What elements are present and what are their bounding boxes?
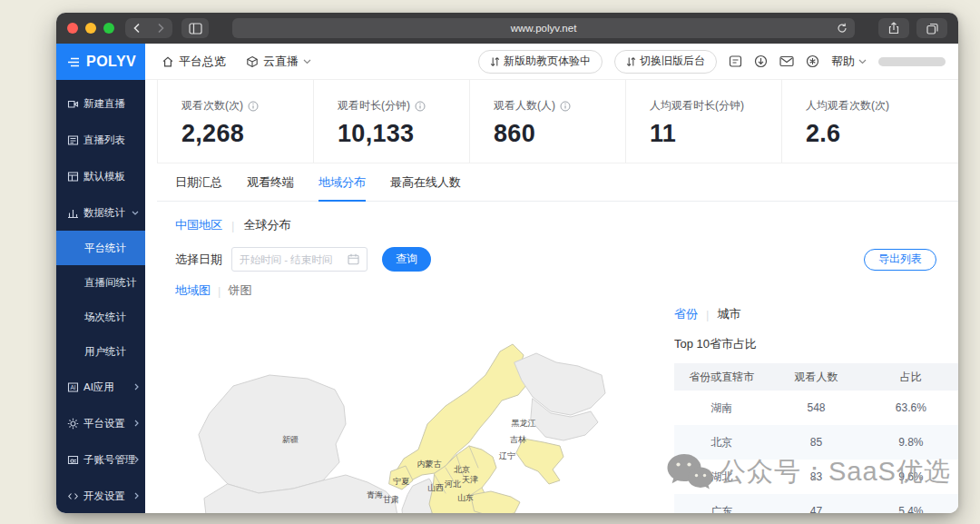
sidebar-item[interactable]: 开发设置 [56,478,145,513]
sidebar-item[interactable]: 直播列表 [56,122,145,158]
map-label: 山西 [427,483,444,492]
minimize-window-button[interactable] [85,23,96,34]
info-icon[interactable] [248,101,259,112]
province-ranking-table: 省份或直辖市观看人数占比 湖南54863.6%北京859.8%湖北839.6%广… [674,363,958,513]
sidebar-item-label: 直播列表 [83,133,125,147]
date-range-input[interactable] [231,247,368,272]
sidebar-item[interactable]: AI AI应用 [56,369,145,405]
sidebar-subitem[interactable]: 平台统计 [56,231,145,265]
table-cell: 湖南 [674,391,769,425]
info-icon[interactable] [415,101,426,112]
close-window-button[interactable] [67,23,78,34]
docs-icon[interactable] [729,54,742,68]
city-link[interactable]: 城市 [717,306,740,322]
stat-label: 人均观看次数(次) [806,98,889,114]
switch-old-console-button[interactable]: 切换旧版后台 [614,50,717,74]
sidebar-item[interactable]: 新建直播 [56,85,145,122]
table-cell: 83 [769,460,863,494]
sidebar-item-label: 数据统计 [83,206,125,220]
zoom-window-button[interactable] [103,23,114,34]
date-filter-label: 选择日期 [175,252,222,268]
header-actions: 新版助教页体验中 切换旧版后台 帮 [478,50,946,74]
sub-account-icon [67,454,79,466]
home-icon [162,55,174,68]
chevron-down-icon [303,59,311,64]
forward-button[interactable] [149,18,172,38]
history-nav [125,18,172,38]
map-label: 天津 [462,475,478,484]
sidebar-item-label: AI应用 [83,381,114,394]
table-header-cell: 占比 [864,363,958,391]
tab-overview-button[interactable] [916,18,947,38]
download-icon[interactable] [754,54,768,68]
panel-scope-switch: 省份 | 城市 [674,306,958,322]
reload-icon[interactable] [837,23,848,34]
sidebar-item[interactable]: 数据统计 [56,194,145,231]
sidebar-subitem[interactable]: 直播间统计 [56,265,145,300]
stats-tabs: 日期汇总观看终端地域分布最高在线人数 [157,163,958,202]
hamburger-menu-icon[interactable] [67,57,80,67]
platform-settings-icon [67,418,79,430]
sidebar-toggle-button[interactable] [181,18,209,38]
tab-active[interactable]: 地域分布 [318,163,366,201]
stat-value: 10,133 [338,120,469,148]
table-row[interactable]: 北京859.8% [674,425,958,460]
info-icon[interactable] [560,101,571,112]
sidebar-subitem[interactable]: 用户统计 [56,334,145,369]
cube-icon [246,55,259,68]
query-button[interactable]: 查询 [382,247,431,272]
mail-icon[interactable] [779,55,794,67]
top-navigation: 平台总览 云直播 新版助教页体验中 切换旧版后台 [145,44,958,80]
province-link[interactable]: 省份 [674,306,698,322]
asterisk-circle-icon[interactable] [806,54,819,68]
chrome-actions [878,18,947,38]
export-list-button[interactable]: 导出列表 [864,249,936,271]
map-view-link[interactable]: 地域图 [175,282,211,299]
new-live-icon [67,98,79,110]
account-name-redacted[interactable] [878,57,946,66]
ai-icon: AI [67,381,79,393]
help-menu[interactable]: 帮助 [831,54,867,70]
tab-item[interactable]: 最高在线人数 [390,163,461,201]
share-button[interactable] [878,18,909,38]
address-bar[interactable]: www.polyv.net [232,18,855,38]
calendar-icon[interactable] [348,253,359,265]
sidebar-item[interactable]: 平台设置 [56,405,145,441]
scope-global-link[interactable]: 全球分布 [243,217,290,233]
sidebar-item-label: 新建直播 [83,97,125,111]
tabs-icon [926,23,938,35]
map-label: 甘肃 [383,495,399,504]
divider: | [706,308,709,321]
china-map[interactable]: 新疆内蒙古黑龙江吉林辽宁北京天津宁夏山西河北青海甘肃山东 [157,304,647,513]
new-assistant-page-button[interactable]: 新版助教页体验中 [478,50,603,74]
stat-card: 观看人数(人) 860 [469,80,625,163]
tab-item[interactable]: 日期汇总 [175,163,222,201]
table-row[interactable]: 湖北839.6% [674,460,958,494]
table-row[interactable]: 广东475.4% [674,494,958,513]
divider: | [231,219,234,232]
nav-platform-overview[interactable]: 平台总览 [162,54,226,70]
region-scope: 中国地区 | 全球分布 [157,202,958,233]
ranking-title: Top 10省市占比 [674,336,958,352]
nav-cloud-live[interactable]: 云直播 [246,54,311,70]
svg-text:AI: AI [70,384,75,391]
map-label: 北京 [454,465,470,474]
table-row[interactable]: 湖南54863.6% [674,391,958,425]
pie-view-link[interactable]: 饼图 [228,282,251,299]
stat-card: 人均观看时长(分钟) 11 [625,80,781,163]
polyv-logo: POLYV [86,54,136,70]
date-range-field[interactable] [240,254,342,265]
stat-value: 11 [650,120,781,148]
tab-item[interactable]: 观看终端 [247,163,294,201]
switch-old-console-label: 切换旧版后台 [640,54,705,69]
scope-china-link[interactable]: 中国地区 [175,217,222,233]
map-label: 辽宁 [499,451,515,460]
table-cell: 47 [769,494,863,513]
sidebar-subitem[interactable]: 场次统计 [56,300,145,334]
table-cell: 广东 [674,494,769,513]
ranking-panel: 省份 | 城市 Top 10省市占比 省份或直辖市观看人数占比 湖南54863.… [674,282,958,513]
stat-card: 观看次数(次) 2,268 [157,80,313,163]
back-button[interactable] [125,18,149,38]
sidebar-item[interactable]: 默认模板 [56,158,145,194]
sidebar-item[interactable]: 子账号管理 [56,441,145,478]
